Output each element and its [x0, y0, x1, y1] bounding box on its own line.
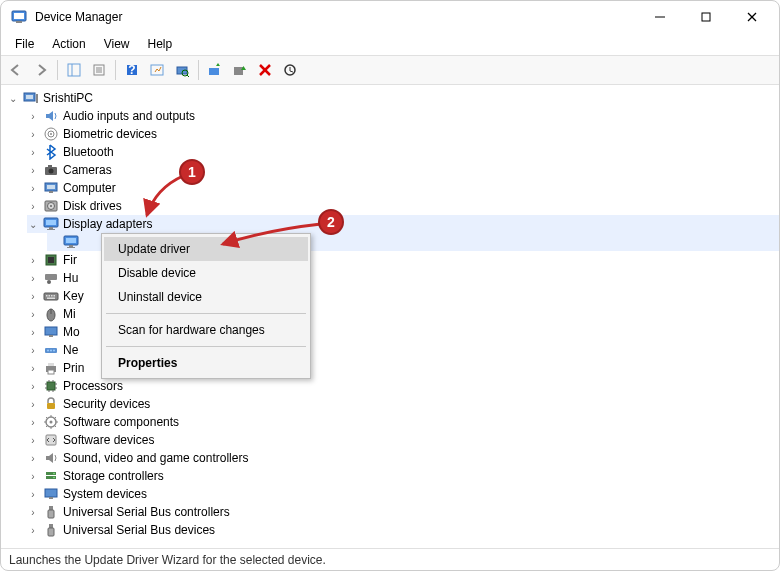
category-node[interactable]: ›Storage controllers: [27, 467, 779, 485]
category-node[interactable]: ›Software components: [27, 413, 779, 431]
chevron-icon[interactable]: ›: [27, 308, 39, 320]
svg-rect-53: [49, 295, 51, 297]
category-node[interactable]: ›Processors: [27, 377, 779, 395]
category-node[interactable]: ›Security devices: [27, 395, 779, 413]
svg-rect-89: [49, 524, 53, 528]
show-hide-tree-button[interactable]: [63, 59, 85, 81]
chevron-icon[interactable]: ›: [27, 326, 39, 338]
category-node[interactable]: ⌄Display adapters: [27, 215, 779, 233]
svg-rect-55: [54, 295, 56, 297]
chevron-icon[interactable]: ›: [27, 128, 39, 140]
minimize-button[interactable]: [637, 2, 683, 32]
forward-button[interactable]: [30, 59, 52, 81]
uninstall-device-button[interactable]: [254, 59, 276, 81]
svg-rect-66: [48, 363, 54, 366]
device-manager-window: Device Manager File Action View Help ? ⌄…: [0, 0, 780, 571]
svg-rect-35: [49, 191, 53, 193]
statusbar: Launches the Update Driver Wizard for th…: [1, 548, 779, 570]
chevron-icon[interactable]: ›: [27, 506, 39, 518]
svg-rect-54: [51, 295, 53, 297]
chevron-icon[interactable]: ›: [27, 164, 39, 176]
scan-hardware-button[interactable]: [171, 59, 193, 81]
svg-rect-4: [702, 13, 710, 21]
menu-file[interactable]: File: [7, 35, 42, 53]
context-menu-item[interactable]: Uninstall device: [104, 285, 308, 309]
chevron-icon[interactable]: ›: [27, 524, 39, 536]
context-menu-item[interactable]: Scan for hardware changes: [104, 318, 308, 342]
category-label: Software devices: [63, 433, 154, 447]
category-node[interactable]: ›Disk drives: [27, 197, 779, 215]
annotation-badge-2: 2: [318, 209, 344, 235]
chevron-icon[interactable]: ›: [27, 398, 39, 410]
properties-button[interactable]: [88, 59, 110, 81]
category-node[interactable]: ›Computer: [27, 179, 779, 197]
computer-icon: [23, 90, 39, 106]
chevron-icon[interactable]: ›: [27, 470, 39, 482]
chevron-icon[interactable]: ›: [27, 488, 39, 500]
chevron-icon[interactable]: ›: [27, 362, 39, 374]
chevron-icon[interactable]: ›: [27, 146, 39, 158]
device-tree[interactable]: ⌄SrishtiPC›Audio inputs and outputs›Biom…: [1, 85, 779, 548]
chevron-icon[interactable]: ›: [27, 110, 39, 122]
maximize-button[interactable]: [683, 2, 729, 32]
action-button[interactable]: [146, 59, 168, 81]
svg-rect-7: [68, 64, 80, 76]
toolbar-separator: [57, 60, 58, 80]
context-menu: Update driverDisable deviceUninstall dev…: [101, 233, 311, 379]
category-node[interactable]: ›Universal Serial Bus controllers: [27, 503, 779, 521]
back-button[interactable]: [5, 59, 27, 81]
network-icon: [43, 342, 59, 358]
svg-rect-15: [151, 65, 163, 75]
chevron-icon[interactable]: ›: [27, 344, 39, 356]
category-node[interactable]: ›Biometric devices: [27, 125, 779, 143]
chevron-icon[interactable]: ›: [27, 434, 39, 446]
context-menu-item[interactable]: Disable device: [104, 261, 308, 285]
disable-device-button[interactable]: [279, 59, 301, 81]
context-menu-item[interactable]: Update driver: [104, 237, 308, 261]
category-node[interactable]: ›Universal Serial Bus devices: [27, 521, 779, 539]
category-label: Disk drives: [63, 199, 122, 213]
chevron-icon[interactable]: ›: [27, 380, 39, 392]
app-icon: [11, 9, 27, 25]
category-node[interactable]: ›Bluetooth: [27, 143, 779, 161]
chevron-icon[interactable]: ›: [27, 452, 39, 464]
update-driver-button[interactable]: [204, 59, 226, 81]
close-button[interactable]: [729, 2, 775, 32]
root-node[interactable]: ⌄SrishtiPC: [7, 89, 779, 107]
category-label: Cameras: [63, 163, 112, 177]
category-node[interactable]: ›Cameras: [27, 161, 779, 179]
chevron-icon[interactable]: ›: [27, 254, 39, 266]
category-label: Fir: [63, 253, 77, 267]
disk-icon: [43, 198, 59, 214]
help-button[interactable]: ?: [121, 59, 143, 81]
menu-help[interactable]: Help: [140, 35, 181, 53]
audio-icon: [43, 108, 59, 124]
chevron-icon[interactable]: ›: [27, 200, 39, 212]
status-text: Launches the Update Driver Wizard for th…: [9, 553, 326, 567]
context-menu-item[interactable]: Properties: [104, 351, 308, 375]
menu-action[interactable]: Action: [44, 35, 93, 53]
system-icon: [43, 486, 59, 502]
category-node[interactable]: ›Audio inputs and outputs: [27, 107, 779, 125]
chevron-icon[interactable]: ›: [27, 272, 39, 284]
chevron-down-icon[interactable]: ⌄: [7, 92, 19, 104]
category-node[interactable]: ›Software devices: [27, 431, 779, 449]
category-label: Processors: [63, 379, 123, 393]
menu-view[interactable]: View: [96, 35, 138, 53]
svg-rect-67: [48, 370, 54, 374]
category-node[interactable]: ›System devices: [27, 485, 779, 503]
enable-device-button[interactable]: [229, 59, 251, 81]
hid-icon: [43, 270, 59, 286]
svg-point-29: [50, 133, 52, 135]
security-icon: [43, 396, 59, 412]
chevron-icon[interactable]: ›: [27, 290, 39, 302]
context-menu-separator: [106, 313, 306, 314]
annotation-badge-1: 1: [179, 159, 205, 185]
toolbar-separator: [198, 60, 199, 80]
category-node[interactable]: ›Sound, video and game controllers: [27, 449, 779, 467]
chevron-icon[interactable]: ›: [27, 416, 39, 428]
chevron-icon[interactable]: ›: [27, 182, 39, 194]
chevron-icon[interactable]: ⌄: [27, 218, 39, 230]
svg-rect-85: [45, 489, 57, 497]
biometric-icon: [43, 126, 59, 142]
